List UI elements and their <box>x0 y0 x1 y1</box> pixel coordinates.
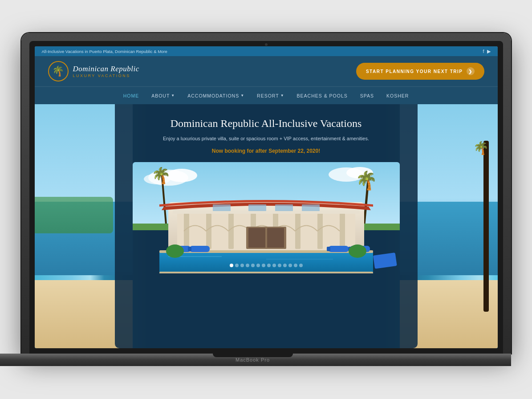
play-icon[interactable]: ▶ <box>487 49 491 54</box>
svg-rect-44 <box>373 252 397 269</box>
nav-item-resort[interactable]: RESORT ▼ <box>257 90 284 102</box>
slider-dot-3[interactable] <box>240 264 244 267</box>
nav-spas-label: SPAS <box>360 93 374 98</box>
macbook-screen-frame: All-Inclusive Vacations in Puerto Plata,… <box>21 33 511 354</box>
villa-image-container: 🌴 🌴 <box>133 162 400 273</box>
svg-rect-15 <box>228 213 234 249</box>
main-nav: HOME ABOUT ▼ ACCOMMODATIONS ▼ <box>35 86 498 104</box>
nav-item-beaches[interactable]: BEACHES & POOLS <box>297 90 348 102</box>
nav-item-kosher[interactable]: KOSHER <box>386 90 409 102</box>
nav-item-spas[interactable]: SPAS <box>360 90 374 102</box>
nav-home-label: HOME <box>123 93 139 98</box>
svg-point-42 <box>166 244 184 258</box>
nav-item-accommodations[interactable]: ACCOMMODATIONS ▼ <box>187 90 244 102</box>
nav-about-label: ABOUT <box>151 93 170 98</box>
cta-arrow: ❯ <box>467 67 475 75</box>
hero-content: Dominican Republic All-Inclusive Vacatio… <box>115 104 418 273</box>
slider-dot-5[interactable] <box>251 264 255 267</box>
logo-sub-text: Luxury Vacations <box>73 73 139 78</box>
cta-button[interactable]: START PLANNING YOUR NEXT TRIP ❯ <box>356 63 484 80</box>
slider-dot-8[interactable] <box>267 264 271 267</box>
villa-svg: 🌴 🌴 <box>133 162 400 273</box>
slider-dot-9[interactable] <box>272 264 276 267</box>
palm-icon: 🌴 <box>52 65 64 77</box>
nav-kosher-label: KOSHER <box>386 93 409 98</box>
nav-resort-label: RESORT <box>257 93 279 98</box>
svg-rect-21 <box>173 210 360 214</box>
hero-title: Dominican Republic All-Inclusive Vacatio… <box>171 117 361 130</box>
slider-dot-10[interactable] <box>278 264 281 267</box>
macbook-label: MacBook Pro <box>236 357 270 362</box>
slider-dot-7[interactable] <box>262 264 265 267</box>
slider-dot-1[interactable] <box>230 264 233 267</box>
macbook-wrapper: All-Inclusive Vacations in Puerto Plata,… <box>0 0 532 399</box>
slider-dot-12[interactable] <box>288 264 292 267</box>
slider-dot-11[interactable] <box>283 264 287 267</box>
slider-dot-4[interactable] <box>246 264 249 267</box>
svg-rect-23 <box>248 204 266 211</box>
nav-accommodations-label: ACCOMMODATIONS <box>187 93 239 98</box>
slider-dot-14[interactable] <box>299 264 303 267</box>
svg-text:🌴: 🌴 <box>151 166 171 185</box>
svg-rect-24 <box>275 204 293 211</box>
svg-text:🌴: 🌴 <box>355 170 378 191</box>
camera-dot <box>265 43 268 46</box>
macbook-base-notch <box>213 354 293 357</box>
slider-dots <box>230 260 303 271</box>
hero-section: 🌴 Dominican Republic All-Inclusive Vacat… <box>35 104 498 348</box>
svg-rect-18 <box>295 213 301 249</box>
resort-dropdown-icon: ▼ <box>280 94 284 98</box>
slider-dot-2[interactable] <box>235 264 239 267</box>
svg-rect-25 <box>302 204 320 211</box>
slider-dot-6[interactable] <box>256 264 260 267</box>
site-header: 🌴 Dominican Republic Luxury Vacations ST… <box>35 56 498 86</box>
svg-rect-39 <box>327 247 330 251</box>
hero-subtitle: Enjoy a luxurious private villa, suite o… <box>163 135 369 142</box>
svg-rect-13 <box>184 213 189 249</box>
macbook-base: MacBook Pro <box>0 354 511 366</box>
svg-rect-14 <box>206 213 211 249</box>
top-bar: All-Inclusive Vacations in Puerto Plata,… <box>35 46 498 56</box>
logo-main-text: Dominican Republic <box>73 65 139 73</box>
slider-dot-13[interactable] <box>294 264 297 267</box>
svg-rect-19 <box>317 213 323 249</box>
accommodations-dropdown-icon: ▼ <box>240 94 244 98</box>
svg-point-43 <box>349 244 366 258</box>
svg-rect-37 <box>188 247 191 251</box>
svg-rect-20 <box>340 213 345 249</box>
about-dropdown-icon: ▼ <box>171 94 175 98</box>
logo-text-area: Dominican Republic Luxury Vacations <box>73 65 139 78</box>
svg-rect-22 <box>213 204 231 211</box>
screen-bezel: All-Inclusive Vacations in Puerto Plata,… <box>29 41 503 354</box>
top-bar-text: All-Inclusive Vacations in Puerto Plata,… <box>42 49 167 54</box>
nav-item-about[interactable]: ABOUT ▼ <box>151 90 175 102</box>
svg-rect-38 <box>329 246 349 252</box>
top-bar-icons: f ▶ <box>483 49 490 54</box>
nav-beaches-label: BEACHES & POOLS <box>297 93 348 98</box>
svg-rect-33 <box>159 272 373 273</box>
svg-rect-36 <box>190 246 210 252</box>
svg-rect-28 <box>267 228 284 248</box>
hero-booking-text: Now booking for after September 22, 2020… <box>212 148 320 154</box>
facebook-icon[interactable]: f <box>483 49 484 54</box>
logo-area: 🌴 Dominican Republic Luxury Vacations <box>48 61 139 81</box>
cta-label: START PLANNING YOUR NEXT TRIP <box>366 69 463 74</box>
svg-rect-27 <box>248 228 265 248</box>
nav-item-home[interactable]: HOME <box>123 90 139 102</box>
screen-content: All-Inclusive Vacations in Puerto Plata,… <box>35 46 498 348</box>
logo-circle: 🌴 <box>48 61 69 81</box>
website: All-Inclusive Vacations in Puerto Plata,… <box>35 46 498 348</box>
